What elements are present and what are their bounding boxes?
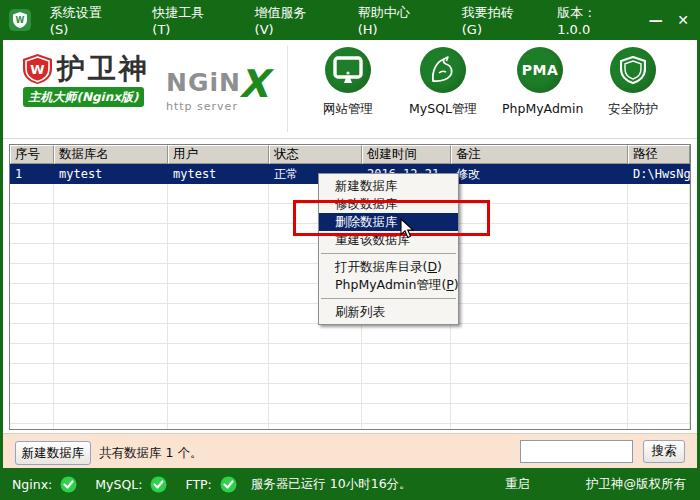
cell-seq: 1 (10, 164, 54, 184)
column-header-seq[interactable]: 序号 (10, 145, 54, 164)
cell-dbname: mytest (54, 164, 168, 184)
mouse-cursor-icon (400, 218, 415, 242)
menu-separator (321, 298, 456, 299)
svg-text:W: W (30, 62, 44, 77)
menu-item-open-database-directory[interactable]: 打开数据库目录(D) (319, 258, 458, 276)
tool-phpmyadmin[interactable]: PMA PhpMyAdmin (502, 47, 578, 116)
empty-row (10, 384, 690, 404)
cell-user: mytest (168, 164, 269, 184)
menu-item-refresh-list[interactable]: 刷新列表 (319, 303, 458, 321)
menu-separator (321, 253, 456, 254)
tool-website-management[interactable]: 网站管理 (310, 47, 386, 118)
menu-item-hotkey: D (427, 259, 437, 274)
brand-title: 护卫神 (57, 50, 150, 88)
tool-label: PhpMyAdmin (502, 101, 578, 116)
column-header-status[interactable]: 状态 (269, 145, 362, 164)
menu-item-text: 打开数据库目录( (335, 259, 427, 274)
tool-security-protection[interactable]: 安全防护 (595, 47, 671, 118)
tool-label: MySQL管理 (405, 101, 481, 118)
app-window: W 系统设置(S) 快捷工具(T) 增值服务(V) 帮助中心(H) 我要拍砖(G… (0, 0, 700, 500)
column-header-path[interactable]: 路径 (628, 145, 690, 164)
shield-icon (610, 47, 656, 93)
menu-item-hotkey: P (446, 277, 454, 292)
minimize-icon[interactable]: — (644, 12, 666, 28)
context-menu: 新建数据库 修改数据库 删除数据库 重建该数据库 打开数据库目录(D) PhpM… (318, 173, 459, 325)
menubar: 系统设置(S) 快捷工具(T) 增值服务(V) 帮助中心(H) 我要拍砖(G) (41, 0, 557, 41)
cell-path: D:\HwsNgi (628, 164, 690, 184)
menu-help-center[interactable]: 帮助中心(H) (349, 0, 438, 41)
uptime-text: 服务器已运行 10小时16分。 (251, 476, 412, 493)
empty-row (10, 424, 690, 430)
ftp-ok-check-icon (220, 476, 237, 493)
empty-row (10, 344, 690, 364)
empty-row (10, 404, 690, 424)
version-label: 版本：1.0.0 (557, 4, 628, 37)
mysql-ok-check-icon (150, 476, 167, 493)
search-button[interactable]: 搜索 (643, 440, 685, 463)
new-database-button[interactable]: 新建数据库 (15, 441, 91, 465)
brand-badge: 主机大师(Nginx版) (23, 87, 144, 107)
mysql-status-label: MySQL: (95, 477, 142, 492)
brand-shield-icon: W (23, 54, 52, 87)
svg-text:W: W (15, 16, 24, 25)
copyright-text: 护卫神@版权所有 (586, 476, 686, 493)
header: W 护卫神 主机大师(Nginx版) NGiNX http server 网站管… (3, 40, 697, 139)
header-separator (287, 46, 288, 132)
footer-bar: 新建数据库 共有数据库 1 个。 搜索 (3, 433, 697, 468)
app-logo-shield-icon: W (9, 9, 31, 31)
empty-row (10, 364, 690, 384)
cell-remark-link[interactable]: 修改 (451, 164, 628, 184)
menu-value-added-services[interactable]: 增值服务(V) (246, 0, 334, 41)
menu-feedback[interactable]: 我要拍砖(G) (453, 0, 542, 41)
monitor-icon (325, 47, 371, 93)
nginx-logo-x: X (239, 62, 268, 106)
menu-item-text: ) (454, 277, 459, 292)
status-bar: Nginx: MySQL: FTP: 服务器已运行 10小时16分。 重启 护卫… (0, 468, 700, 500)
menu-system-settings[interactable]: 系统设置(S) (41, 0, 129, 41)
menu-item-create-database[interactable]: 新建数据库 (319, 177, 458, 195)
pma-icon: PMA (517, 47, 563, 93)
tool-label: 网站管理 (310, 101, 386, 118)
annotation-red-box (293, 200, 490, 236)
table-header-row: 序号 数据库名 用户 状态 创建时间 备注 路径 (10, 145, 690, 164)
search-input[interactable] (520, 440, 633, 463)
pma-icon-text: PMA (522, 62, 559, 78)
menu-item-text: PhpMyAdmin管理( (335, 277, 446, 292)
tool-label: 安全防护 (595, 101, 671, 118)
nginx-logo: NGiNX http server (166, 62, 276, 113)
restart-link[interactable]: 重启 (505, 476, 530, 493)
ftp-status-label: FTP: (185, 477, 211, 492)
column-header-user[interactable]: 用户 (168, 145, 269, 164)
close-icon[interactable]: ✕ (672, 12, 694, 28)
nginx-logo-text: NGiN (166, 68, 241, 97)
tool-mysql-management[interactable]: MySQL管理 (405, 47, 481, 118)
menu-item-text: ) (437, 259, 442, 274)
column-header-dbname[interactable]: 数据库名 (54, 145, 168, 164)
menu-quick-tools[interactable]: 快捷工具(T) (143, 0, 230, 41)
titlebar-right: 版本：1.0.0 — ✕ (557, 4, 700, 37)
menu-item-phpmyadmin-manage[interactable]: PhpMyAdmin管理(P) (319, 276, 458, 294)
database-count-text: 共有数据库 1 个。 (99, 445, 202, 462)
nginx-status-label: Nginx: (12, 477, 52, 492)
dolphin-icon (420, 47, 466, 93)
nginx-ok-check-icon (60, 476, 77, 493)
column-header-created[interactable]: 创建时间 (362, 145, 451, 164)
titlebar: W 系统设置(S) 快捷工具(T) 增值服务(V) 帮助中心(H) 我要拍砖(G… (0, 0, 700, 40)
column-header-remark[interactable]: 备注 (451, 145, 628, 164)
empty-row (10, 324, 690, 344)
